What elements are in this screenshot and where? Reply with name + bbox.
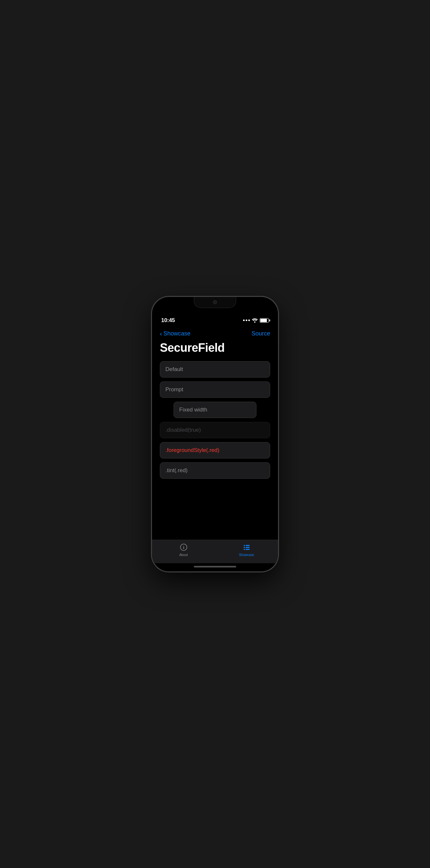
source-button[interactable]: Source: [251, 330, 270, 337]
tab-about-label: About: [179, 553, 188, 557]
fixed-width-wrapper: Fixed width: [160, 402, 270, 418]
tab-showcase[interactable]: Showcase: [234, 542, 260, 557]
svg-rect-4: [246, 545, 250, 546]
battery-icon: [260, 318, 269, 323]
svg-rect-7: [244, 549, 245, 550]
secure-field-disabled-placeholder: .disabled(true): [165, 427, 201, 433]
back-button[interactable]: ‹ Showcase: [160, 330, 190, 337]
secure-field-tint-placeholder: .tint(.red): [165, 467, 188, 473]
secure-field-foreground-style-placeholder: .foregroundStyle(.red): [165, 447, 219, 453]
secure-field-disabled: .disabled(true): [160, 422, 270, 438]
navigation-bar: ‹ Showcase Source: [152, 328, 278, 338]
status-bar: 10:45: [152, 313, 278, 328]
svg-rect-3: [244, 545, 245, 546]
svg-rect-6: [246, 547, 250, 548]
svg-point-0: [254, 321, 255, 323]
camera-dot: [213, 300, 217, 304]
back-label: Showcase: [163, 330, 190, 337]
page-title: SecureField: [152, 338, 278, 361]
svg-text:i: i: [183, 545, 184, 550]
tab-showcase-label: Showcase: [239, 553, 254, 557]
secure-field-prompt[interactable]: Prompt: [160, 381, 270, 398]
secure-field-default-placeholder: Default: [165, 366, 183, 372]
power-button[interactable]: [278, 359, 279, 388]
showcase-icon: [242, 542, 251, 552]
secure-field-fixed-width[interactable]: Fixed width: [174, 402, 256, 418]
content-area: Default Prompt Fixed width .disabled(tru…: [152, 361, 278, 540]
secure-field-default[interactable]: Default: [160, 361, 270, 377]
wifi-icon: [252, 318, 258, 323]
notch: [194, 297, 236, 308]
status-time: 10:45: [161, 317, 175, 324]
svg-rect-8: [246, 549, 250, 550]
tab-bar: i About Showcase: [152, 540, 278, 563]
secure-field-tint[interactable]: .tint(.red): [160, 462, 270, 479]
signal-icon: [243, 319, 250, 321]
battery-fill: [260, 319, 267, 322]
home-bar: [194, 566, 236, 567]
notch-area: [152, 297, 278, 313]
phone-screen: 10:45 ‹ Sh: [152, 297, 278, 571]
phone-device: 10:45 ‹ Sh: [151, 296, 279, 572]
home-indicator: [152, 563, 278, 571]
secure-field-prompt-placeholder: Prompt: [165, 386, 183, 393]
tab-about[interactable]: i About: [171, 542, 197, 557]
status-icons: [243, 318, 269, 323]
about-icon: i: [179, 542, 188, 552]
back-chevron-icon: ‹: [160, 330, 162, 337]
svg-rect-5: [244, 547, 245, 548]
secure-field-fixed-width-placeholder: Fixed width: [179, 407, 207, 413]
secure-field-foreground-style[interactable]: .foregroundStyle(.red): [160, 442, 270, 459]
